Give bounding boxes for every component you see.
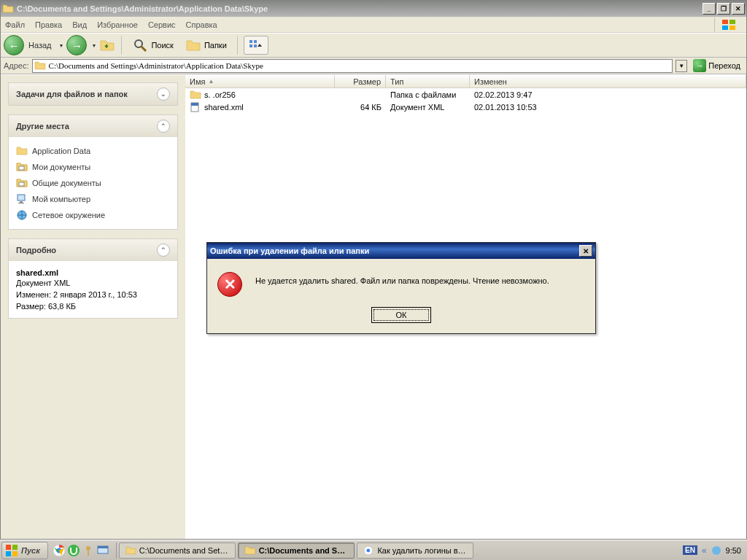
back-label: Назад [28, 41, 52, 50]
dialog-buttons: ОК [207, 307, 595, 333]
file-type-cell: Документ XML [386, 103, 470, 112]
folders-button[interactable]: Папки [181, 36, 231, 55]
show-desktop-icon[interactable] [96, 544, 109, 557]
dialog-titlebar[interactable]: Ошибка при удалении файла или папки ✕ [207, 243, 595, 259]
place-application-data[interactable]: Application Data [16, 143, 170, 159]
chevron-up-icon[interactable]: ⌃ [157, 244, 170, 257]
taskbar: Пуск C:\Documents and Settin... C:\Docum… [0, 540, 747, 560]
error-icon: ✕ [217, 272, 242, 297]
maximize-button[interactable]: ❐ [717, 3, 730, 15]
folder-icon [125, 545, 136, 556]
app-icon[interactable] [82, 544, 95, 557]
column-headers: Имя▲ Размер Тип Изменен [185, 75, 746, 88]
windows-logo-icon [5, 544, 18, 557]
col-modified[interactable]: Изменен [470, 75, 746, 88]
svg-rect-3 [729, 26, 735, 30]
views-button[interactable] [244, 36, 268, 55]
window-icon [2, 3, 14, 15]
menu-file[interactable]: Файл [5, 20, 25, 29]
window-title: C:\Documents and Settings\Administrator\… [17, 4, 701, 13]
details-header[interactable]: Подробно ⌃ [9, 239, 177, 261]
windows-flag-icon [714, 18, 742, 32]
chrome-icon [363, 545, 375, 556]
minimize-button[interactable]: _ [703, 3, 716, 15]
svg-rect-12 [18, 195, 25, 201]
taskbar-task[interactable]: C:\Documents and Se... [238, 542, 355, 559]
toolbar: ← Назад ▼ → ▼ Поиск Папки [1, 33, 746, 58]
svg-rect-0 [722, 20, 728, 24]
shareddocs-icon [16, 177, 28, 189]
svg-rect-18 [6, 545, 11, 550]
dialog-title: Ошибка при удалении файла или папки [210, 246, 369, 255]
dialog-close-button[interactable]: ✕ [579, 245, 592, 257]
svg-rect-19 [12, 545, 18, 550]
file-modified-cell: 02.02.2013 9:47 [470, 90, 746, 99]
side-pane: Задачи для файлов и папок ⌄ Другие места… [1, 75, 185, 539]
titlebar[interactable]: C:\Documents and Settings\Administrator\… [1, 1, 746, 17]
file-name-cell: shared.xml [185, 102, 335, 112]
back-dropdown-icon[interactable]: ▼ [59, 43, 64, 48]
svg-rect-26 [88, 551, 89, 556]
utorrent-icon[interactable] [67, 544, 80, 557]
tray-expand-icon[interactable]: « [702, 545, 707, 556]
file-row[interactable]: shared.xml 64 КБ Документ XML 02.01.2013… [185, 101, 746, 113]
taskbar-task[interactable]: Как удалить логины вв... [357, 542, 473, 559]
forward-dropdown-icon[interactable]: ▼ [91, 43, 96, 48]
svg-rect-11 [19, 182, 24, 186]
svg-line-5 [142, 47, 146, 51]
start-button[interactable]: Пуск [1, 542, 48, 559]
details-filetype: Документ XML [16, 279, 170, 287]
dialog-message: Не удается удалить shared. Файл или папк… [255, 272, 585, 285]
places-header[interactable]: Другие места ⌃ [9, 115, 177, 137]
svg-point-25 [86, 546, 90, 551]
place-my-documents[interactable]: Мои документы [16, 159, 170, 175]
ok-button[interactable]: ОК [371, 307, 431, 323]
close-button[interactable]: ✕ [732, 3, 745, 15]
tasks-panel: Задачи для файлов и папок ⌄ [8, 82, 178, 106]
toolbar-separator [237, 36, 238, 55]
place-shared-documents[interactable]: Общие документы [16, 175, 170, 191]
chevron-up-icon[interactable]: ⌃ [157, 120, 170, 133]
svg-rect-13 [20, 201, 23, 203]
language-indicator[interactable]: EN [683, 545, 697, 555]
search-button[interactable]: Поиск [128, 36, 177, 55]
forward-button[interactable]: → [66, 35, 87, 55]
place-network[interactable]: Сетевое окружение [16, 207, 170, 223]
menu-favorites[interactable]: Избранное [97, 20, 138, 29]
go-button[interactable]: → Переход [690, 59, 743, 72]
address-input[interactable] [49, 61, 671, 70]
taskbar-task[interactable]: C:\Documents and Settin... [119, 542, 236, 559]
error-dialog: Ошибка при удалении файла или папки ✕ ✕ … [206, 242, 596, 334]
file-row[interactable]: s. .or256 Папка с файлами 02.02.2013 9:4… [185, 88, 746, 101]
back-button[interactable]: ← [4, 35, 24, 55]
quick-launch [53, 544, 109, 557]
col-type[interactable]: Тип [386, 75, 470, 88]
col-size[interactable]: Размер [335, 75, 386, 88]
address-combo[interactable] [32, 59, 673, 73]
details-size: Размер: 63,8 КБ [16, 302, 170, 311]
sort-asc-icon: ▲ [208, 78, 214, 85]
file-name-cell: s. .or256 [185, 90, 335, 100]
tasks-header[interactable]: Задачи для файлов и папок ⌄ [9, 83, 177, 105]
menu-tools[interactable]: Сервис [148, 20, 176, 29]
col-name[interactable]: Имя▲ [185, 75, 335, 88]
views-icon [249, 39, 263, 51]
folder-icon [244, 545, 256, 556]
address-dropdown-icon[interactable]: ▼ [676, 60, 687, 72]
places-panel: Другие места ⌃ Application Data Мои доку… [8, 114, 178, 230]
menu-view[interactable]: Вид [72, 20, 87, 29]
clock[interactable]: 9:50 [726, 546, 741, 555]
svg-rect-20 [6, 551, 11, 556]
chrome-icon[interactable] [53, 544, 66, 557]
svg-rect-28 [98, 546, 108, 548]
svg-point-4 [135, 40, 142, 47]
xml-icon [190, 102, 201, 112]
up-folder-icon[interactable] [99, 37, 115, 53]
file-modified-cell: 02.01.2013 10:53 [470, 103, 746, 112]
chevron-down-icon[interactable]: ⌄ [157, 88, 170, 101]
menu-edit[interactable]: Правка [35, 20, 62, 29]
tray-icon[interactable] [711, 545, 721, 556]
menu-help[interactable]: Справка [186, 20, 217, 29]
details-modified: Изменен: 2 января 2013 г., 10:53 [16, 290, 170, 299]
place-my-computer[interactable]: Мой компьютер [16, 191, 170, 207]
